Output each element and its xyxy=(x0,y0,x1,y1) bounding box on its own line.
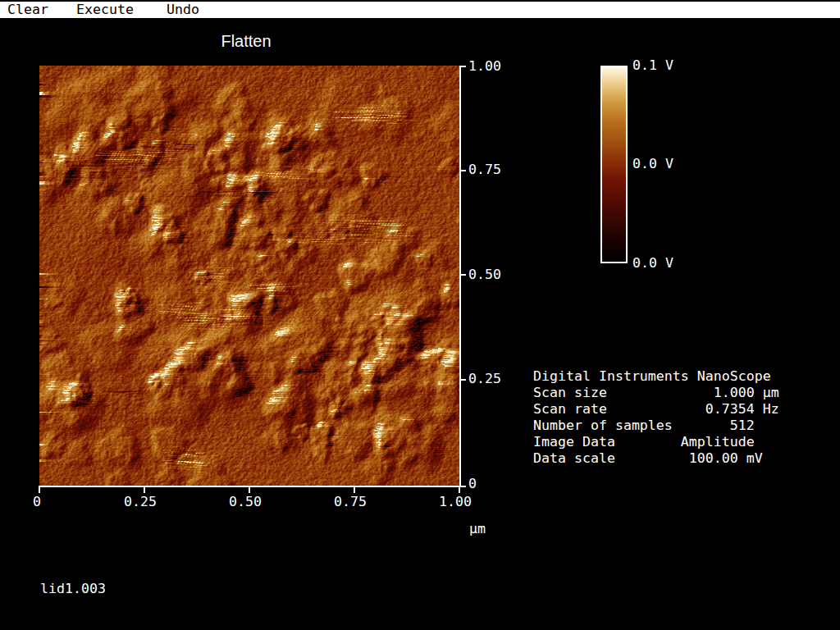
x-axis-tick xyxy=(249,487,250,493)
filename-label: lid1.003 xyxy=(40,581,106,597)
x-axis-tick xyxy=(459,487,460,493)
y-axis-tick-label: 0.75 xyxy=(468,162,501,178)
menu-item-execute[interactable]: Execute xyxy=(76,2,134,18)
menu-bar: Clear Execute Undo xyxy=(0,2,840,18)
x-axis-tick xyxy=(39,487,40,493)
menu-item-clear[interactable]: Clear xyxy=(7,2,48,18)
info-line-image-data: Image Data Amplitude xyxy=(533,434,779,450)
y-axis-tick-label: 0 xyxy=(468,476,477,492)
y-axis-tick xyxy=(460,379,466,381)
x-axis-tick-label: 0.50 xyxy=(229,494,262,510)
y-axis-tick xyxy=(460,486,466,487)
x-axis-unit-label: μm xyxy=(469,521,486,537)
afm-image[interactable] xyxy=(39,66,459,486)
color-scale-bottom-label: 0.0 V xyxy=(632,255,673,272)
color-scale-bar xyxy=(600,66,628,263)
y-axis-line xyxy=(459,66,461,487)
x-axis-tick-label: 0.25 xyxy=(124,494,157,510)
info-line-number-of-samples: Number of samples 512 xyxy=(533,418,779,434)
color-scale-middle-label: 0.0 V xyxy=(632,156,673,172)
y-axis-tick-label: 1.00 xyxy=(468,58,501,75)
x-axis-tick-label: 0.75 xyxy=(334,494,367,510)
y-axis-tick xyxy=(460,170,466,171)
x-axis-tick xyxy=(354,487,355,493)
info-line-scan-size: Scan size 1.000 μm xyxy=(533,385,779,401)
color-scale-top-label: 0.1 V xyxy=(632,57,673,74)
menu-item-undo[interactable]: Undo xyxy=(167,2,199,18)
info-line-instrument: Digital Instruments NanoScope xyxy=(533,368,779,385)
x-axis-tick-label: 0 xyxy=(33,494,41,510)
x-axis-tick-label: 1.00 xyxy=(439,494,472,510)
y-axis-tick xyxy=(460,274,466,276)
info-line-scan-rate: Scan rate 0.7354 Hz xyxy=(533,401,779,418)
x-axis-line xyxy=(39,486,466,487)
y-axis-tick xyxy=(460,66,466,67)
y-axis-tick-label: 0.50 xyxy=(468,267,501,283)
x-axis-tick xyxy=(144,487,145,493)
view-title: Flatten xyxy=(115,33,377,49)
y-axis-tick-label: 0.25 xyxy=(468,371,501,387)
scan-info-panel: Digital Instruments NanoScope Scan size … xyxy=(533,368,779,467)
info-line-data-scale: Data scale 100.00 mV xyxy=(533,450,779,467)
